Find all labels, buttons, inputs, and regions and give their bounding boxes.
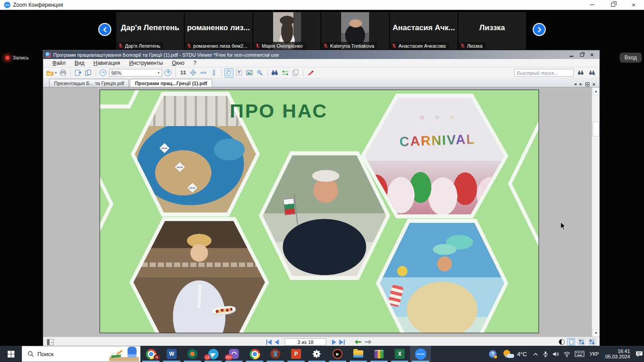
document-tab-1[interactable]: Презентацыя Б... та Греція.pdf xyxy=(49,79,129,87)
tray-microphone[interactable] xyxy=(543,351,548,357)
participant-big-name: Анастасия Ачк... xyxy=(390,12,457,43)
zoom-out-button[interactable]: − xyxy=(99,68,108,77)
media-player-icon: ▶ xyxy=(333,349,343,359)
next-page-button[interactable] xyxy=(332,339,336,345)
zoom-region-button[interactable] xyxy=(256,68,265,77)
stdu-viewer-window: Програми працевлаштування Болгарії та Гр… xyxy=(43,50,600,346)
help-tray-icon[interactable]: ? xyxy=(489,350,497,358)
tray-expand-button[interactable] xyxy=(533,352,539,356)
last-page-button[interactable] xyxy=(339,339,345,345)
tray-network[interactable] xyxy=(563,351,571,357)
close-button[interactable]: × xyxy=(623,0,644,9)
menu-help[interactable]: ? xyxy=(189,60,201,66)
taskbar-app-zoom[interactable]: zoom xyxy=(410,346,431,362)
fit-height-button[interactable] xyxy=(210,68,219,77)
participant-tile[interactable]: Дар'я Лепетень Дар'я Лепетень xyxy=(116,12,184,50)
swap-pages-button[interactable] xyxy=(281,68,290,77)
single-page-layout-button[interactable] xyxy=(567,338,575,346)
language-indicator[interactable]: УКР xyxy=(589,351,599,357)
menu-navigation[interactable]: Навигация xyxy=(89,60,124,66)
hand-tool-button[interactable] xyxy=(224,68,233,77)
first-page-button[interactable] xyxy=(266,339,272,345)
select-text-button[interactable] xyxy=(235,68,244,77)
participant-tile[interactable]: Марія Онопрієнко xyxy=(253,12,321,50)
menu-window[interactable]: Окно xyxy=(167,60,189,66)
quick-search-input[interactable] xyxy=(514,69,574,77)
tab-list-icon[interactable] xyxy=(585,82,589,86)
vertical-scrollbar[interactable]: ▲ ▼ xyxy=(592,87,599,337)
actual-size-button[interactable]: 1:1 xyxy=(178,68,187,77)
history-back-icon[interactable] xyxy=(354,339,362,345)
tab-close-icon[interactable]: × xyxy=(593,81,595,87)
stdu-restore-button[interactable] xyxy=(578,52,585,58)
continuous-layout-button[interactable] xyxy=(578,338,585,346)
open-file-button[interactable]: ▼ xyxy=(46,68,57,77)
taskbar-app-telegram[interactable]: 14 xyxy=(203,346,224,362)
facing-layout-button[interactable] xyxy=(588,338,596,346)
taskbar-app-chrome[interactable] xyxy=(244,346,265,362)
taskbar-app-movies[interactable]: ▶ xyxy=(327,346,348,362)
search-button[interactable] xyxy=(270,68,279,77)
action-center-button[interactable] xyxy=(635,351,643,357)
tray-volume[interactable] xyxy=(553,351,559,357)
document-view[interactable]: DEVIN DEVIN DEVIN ☆ ☆ ☆ CARNIVAL xyxy=(43,87,599,337)
taskbar-app-settings[interactable] xyxy=(306,346,327,362)
stdu-tabbar: Презентацыя Б... та Греція.pdf Програми … xyxy=(43,78,599,87)
restore-button[interactable] xyxy=(603,0,623,9)
copy-button[interactable] xyxy=(291,68,300,77)
participant-tile[interactable]: Лиззка Лиззка xyxy=(458,12,526,50)
find-next-button[interactable] xyxy=(587,68,596,77)
taskbar-app-winrar[interactable] xyxy=(369,346,389,362)
previous-page-button[interactable] xyxy=(275,339,279,345)
scrollbar-thumb[interactable] xyxy=(593,122,599,136)
minimize-button[interactable] xyxy=(582,0,603,9)
taskbar-app-word[interactable]: W xyxy=(161,346,182,362)
page-indicator-field[interactable]: 3 из 18 xyxy=(285,338,326,346)
zoom-level-combobox[interactable]: 56% ▼ xyxy=(109,69,162,77)
taskbar-search-box[interactable]: Поиск xyxy=(22,346,141,362)
select-image-button[interactable] xyxy=(245,68,254,77)
stdu-close-button[interactable]: × xyxy=(589,52,595,58)
partial-hexagon-right xyxy=(508,119,539,248)
history-forward-icon[interactable] xyxy=(365,339,372,345)
taskbar-app-powerpoint[interactable]: P xyxy=(286,346,306,362)
scroll-up-button[interactable]: ▲ xyxy=(592,87,599,95)
participant-tile[interactable]: Анастасия Ачк... Анастасия Ачкасова xyxy=(390,12,457,50)
menu-file[interactable]: Файл xyxy=(48,60,70,66)
stdu-minimize-button[interactable] xyxy=(568,52,575,58)
join-button[interactable]: Вход xyxy=(620,53,642,63)
participant-tile[interactable]: романенко лиз... романенко лиза бем2... xyxy=(185,12,252,50)
tray-touch-keyboard[interactable] xyxy=(575,351,585,357)
scroll-down-button[interactable]: ▼ xyxy=(592,329,599,337)
taskbar-app-chrome-profile[interactable]: N xyxy=(141,346,161,362)
tab-scroll-right-icon[interactable]: ▶ xyxy=(580,82,582,86)
export-page-button[interactable] xyxy=(73,68,82,77)
print-button[interactable] xyxy=(59,68,68,77)
participant-tile[interactable]: Kateryna Tretiakova xyxy=(321,12,389,50)
inverse-colors-button[interactable] xyxy=(559,339,565,345)
taskbar-app-video-editor[interactable] xyxy=(265,346,286,362)
participant-name-label: Kateryna Tretiakova xyxy=(321,42,377,50)
weather-widget[interactable]: 4°C xyxy=(502,349,527,358)
find-previous-button[interactable] xyxy=(576,68,585,77)
tab-scroll-left-icon[interactable]: ◀ xyxy=(574,82,576,86)
stdu-titlebar[interactable]: Програми працевлаштування Болгарії та Гр… xyxy=(43,50,599,59)
participant-name-label: Марія Онопрієнко xyxy=(253,42,306,50)
clock[interactable]: 16:41 05.03.2024 xyxy=(605,348,630,360)
taskbar-app-sport[interactable] xyxy=(182,346,203,362)
strip-scroll-right-button[interactable] xyxy=(533,23,546,36)
taskbar-app-explorer[interactable] xyxy=(348,346,369,362)
export-document-button[interactable] xyxy=(84,68,93,77)
menu-view[interactable]: Вид xyxy=(70,60,89,66)
menu-tools[interactable]: Инструменты xyxy=(125,60,168,66)
taskbar-app-viber[interactable]: 257 xyxy=(224,346,244,362)
side-panel-toggle-button[interactable]: ▸ xyxy=(47,339,54,345)
strip-scroll-left-button[interactable] xyxy=(98,23,111,36)
highlighter-button[interactable] xyxy=(306,68,315,77)
taskbar-app-excel[interactable]: X xyxy=(389,346,410,362)
fit-page-button[interactable] xyxy=(189,68,198,77)
document-tab-2[interactable]: Програми прац...Греції (1).pdf xyxy=(130,79,212,87)
fit-width-button[interactable] xyxy=(199,68,208,77)
start-button[interactable] xyxy=(0,346,22,362)
zoom-in-button[interactable]: + xyxy=(164,68,173,77)
